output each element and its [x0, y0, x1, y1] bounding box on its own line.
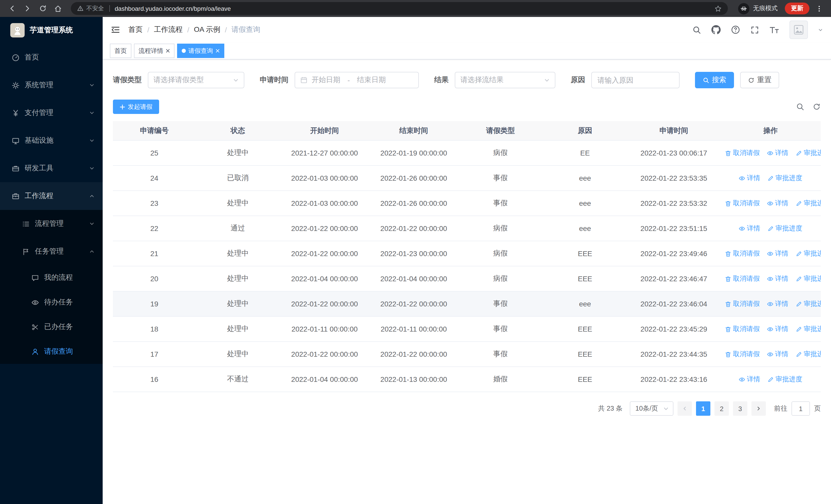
sidebar-item-leave-query[interactable]: 请假查询 [0, 339, 103, 364]
cancel-leave-link[interactable]: 取消请假 [725, 274, 760, 283]
page-button-3[interactable]: 3 [733, 402, 747, 416]
reason-input[interactable] [591, 72, 680, 88]
detail-link[interactable]: 详情 [767, 249, 789, 258]
cell-apply-id: 21 [113, 241, 196, 266]
bookmark-star-icon[interactable] [715, 5, 722, 12]
address-bar[interactable]: 不安全 dashboard.yudao.iocoder.cn/bpm/oa/le… [71, 2, 728, 15]
help-button[interactable] [731, 25, 740, 34]
app-logo-row[interactable]: 芋道管理系统 [0, 17, 103, 43]
browser-back-button[interactable] [5, 2, 19, 15]
trash-icon [725, 351, 732, 357]
sidebar-item-done-tasks[interactable]: 已办任务 [0, 315, 103, 339]
cell-apply-time: 2022-01-22 23:51:15 [628, 216, 720, 241]
browser-menu-button[interactable] [812, 2, 826, 15]
sidebar-item-process-management[interactable]: 流程管理 [0, 210, 103, 238]
page-size-select[interactable]: 10条/页 [630, 402, 674, 416]
update-button[interactable]: 更新 [785, 3, 809, 14]
sidebar-item-todo-tasks[interactable]: 待办任务 [0, 290, 103, 315]
detail-link[interactable]: 详情 [739, 375, 760, 384]
user-menu-caret-icon[interactable] [818, 27, 823, 32]
sidebar-item-system[interactable]: 系统管理 [0, 71, 103, 99]
goto-page-input[interactable] [792, 402, 810, 416]
sidebar-item-payment[interactable]: 支付管理 [0, 99, 103, 127]
url-text: dashboard.yudao.iocoder.cn/bpm/oa/leave [115, 5, 231, 12]
cell-status: 处理中 [196, 241, 280, 266]
browser-forward-button[interactable] [21, 2, 34, 15]
date-range-picker[interactable]: 开始日期 - 结束日期 [295, 72, 419, 88]
detail-link[interactable]: 详情 [767, 148, 789, 157]
cancel-leave-link[interactable]: 取消请假 [725, 324, 760, 334]
breadcrumb-workflow[interactable]: 工作流程 [154, 25, 183, 34]
detail-label: 详情 [775, 324, 789, 334]
detail-link[interactable]: 详情 [767, 199, 789, 208]
browser-reload-button[interactable] [36, 2, 49, 15]
github-button[interactable] [711, 25, 721, 34]
table-tool-icons [796, 102, 821, 111]
sidebar-item-workflow[interactable]: 工作流程 [0, 182, 103, 210]
cell-apply-id: 16 [113, 367, 196, 392]
tab-leave-query[interactable]: 请假查询 [177, 43, 224, 58]
reset-button[interactable]: 重置 [740, 72, 779, 88]
approval-progress-link[interactable]: 审批进度 [796, 249, 821, 258]
refresh-table-button[interactable] [812, 102, 821, 111]
sidebar-item-home[interactable]: 首页 [0, 43, 103, 71]
close-icon[interactable] [166, 49, 170, 53]
security-warning[interactable]: 不安全 [77, 5, 104, 12]
edit-icon [796, 200, 802, 207]
sidebar-item-task-management[interactable]: 任务管理 [0, 238, 103, 265]
approval-progress-link[interactable]: 审批进度 [796, 199, 821, 208]
result-select[interactable]: 请选择流结果 [455, 72, 555, 88]
cancel-leave-link[interactable]: 取消请假 [725, 249, 760, 258]
approval-progress-link[interactable]: 审批进度 [796, 299, 821, 308]
detail-link[interactable]: 详情 [767, 350, 789, 359]
tags-view: 首页 流程详情 请假查询 [103, 42, 831, 60]
approval-progress-link[interactable]: 审批进度 [767, 224, 802, 233]
cancel-leave-link[interactable]: 取消请假 [725, 299, 760, 308]
cancel-leave-link[interactable]: 取消请假 [725, 148, 760, 157]
leave-type-select[interactable]: 请选择请假类型 [148, 72, 244, 88]
search-button[interactable]: 搜索 [695, 72, 734, 88]
fullscreen-button[interactable] [750, 25, 759, 34]
page-button-1[interactable]: 1 [696, 402, 710, 416]
user-avatar[interactable] [790, 21, 808, 39]
eye-icon [767, 275, 774, 282]
sidebar-item-my-process[interactable]: 我的流程 [0, 265, 103, 290]
cell-end-time: 2022-01-04 00:00:00 [369, 266, 458, 291]
detail-link[interactable]: 详情 [767, 324, 789, 334]
close-icon[interactable] [216, 49, 220, 53]
next-page-button[interactable] [751, 402, 766, 416]
cancel-leave-link[interactable]: 取消请假 [725, 350, 760, 359]
detail-link[interactable]: 详情 [739, 224, 760, 233]
tab-home[interactable]: 首页 [110, 43, 132, 58]
approval-progress-link[interactable]: 审批进度 [796, 148, 821, 157]
chevron-up-icon [89, 249, 94, 254]
detail-link[interactable]: 详情 [767, 274, 789, 283]
tab-process-detail[interactable]: 流程详情 [134, 43, 174, 58]
sidebar-item-infrastructure[interactable]: 基础设施 [0, 127, 103, 154]
toggle-search-button[interactable] [796, 102, 804, 111]
browser-home-button[interactable] [51, 2, 65, 15]
detail-label: 详情 [775, 274, 789, 283]
page-button-2[interactable]: 2 [715, 402, 729, 416]
cell-end-time: 2022-01-22 00:00:00 [369, 291, 458, 317]
approval-progress-link[interactable]: 审批进度 [796, 350, 821, 359]
breadcrumb-oa-example[interactable]: OA 示例 [194, 25, 221, 34]
approval-progress-link[interactable]: 审批进度 [767, 174, 802, 183]
collapse-sidebar-button[interactable] [111, 25, 120, 34]
approval-progress-link[interactable]: 审批进度 [796, 274, 821, 283]
breadcrumb-home[interactable]: 首页 [128, 25, 143, 34]
create-leave-button[interactable]: 发起请假 [113, 99, 159, 114]
detail-link[interactable]: 详情 [767, 299, 789, 308]
detail-label: 详情 [747, 224, 760, 233]
cancel-leave-link[interactable]: 取消请假 [725, 199, 760, 208]
cell-end-time: 2022-01-26 00:00:00 [369, 166, 458, 191]
col-actions: 操作 [720, 121, 821, 140]
cell-reason: eee [543, 166, 628, 191]
approval-progress-link[interactable]: 审批进度 [767, 375, 802, 384]
navbar-search-button[interactable] [692, 25, 701, 34]
font-size-button[interactable] [769, 26, 779, 34]
prev-page-button[interactable] [678, 402, 692, 416]
approval-progress-link[interactable]: 审批进度 [796, 324, 821, 334]
sidebar-item-devtools[interactable]: 研发工具 [0, 154, 103, 182]
detail-link[interactable]: 详情 [739, 174, 760, 183]
